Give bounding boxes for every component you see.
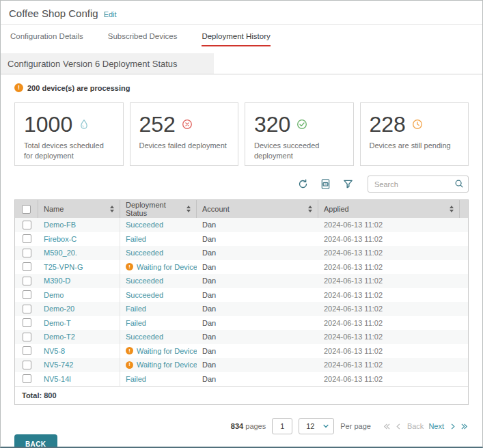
search-box (368, 176, 469, 193)
sort-icon[interactable] (308, 206, 312, 212)
stat-cards: 1000Total devices scheduled for deployme… (14, 102, 469, 166)
device-name-link[interactable]: NV5-742 (44, 361, 73, 369)
account-cell: Dan (197, 302, 318, 316)
deployment-status: Succeeded (126, 249, 163, 257)
table-row: T25-VPN-G!Waiting for DeviceDan2024-06-1… (15, 260, 468, 275)
tab-subscribed-devices[interactable]: Subscribed Devices (108, 32, 178, 46)
stat-card: 228Devices are still pending (360, 102, 469, 166)
column-header-applied[interactable]: Applied (318, 200, 460, 218)
search-icon[interactable] (454, 179, 464, 188)
stat-label: Devices failed deployment (139, 141, 230, 151)
column-header-name[interactable]: Name (38, 200, 120, 218)
table-body: Demo-FBSucceededDan2024-06-13 11:02Fireb… (15, 218, 468, 386)
row-checkbox[interactable] (23, 305, 31, 313)
column-header-deployment-status[interactable]: Deployment Status (120, 200, 197, 218)
deployment-status: Failed (126, 375, 146, 383)
device-name-link[interactable]: Demo-T2 (44, 333, 75, 341)
row-checkbox[interactable] (23, 277, 31, 285)
row-spacer-cell (460, 260, 471, 275)
deployment-status: Succeeded (126, 277, 163, 285)
stat-card: 320Devices succeeded deployment (245, 102, 354, 166)
row-spacer-cell (460, 246, 471, 260)
account-cell: Dan (197, 218, 318, 232)
page-number-input[interactable] (272, 418, 292, 434)
row-checkbox[interactable] (23, 249, 31, 257)
row-checkbox[interactable] (23, 346, 31, 355)
deployment-status: Succeeded (126, 221, 163, 229)
table-row: M390-DSucceededDan2024-06-13 11:02 (15, 274, 468, 288)
row-checkbox[interactable] (23, 318, 31, 327)
account-cell: Dan (197, 330, 318, 344)
sort-icon[interactable] (110, 206, 114, 212)
chevron-down-icon (322, 423, 329, 430)
row-checkbox[interactable] (23, 290, 31, 299)
device-name-link[interactable]: NV5-14l (44, 375, 71, 383)
row-spacer-cell (460, 288, 471, 303)
warning-icon: ! (126, 347, 133, 354)
account-cell: Dan (197, 288, 318, 303)
device-name-link[interactable]: M390-D (44, 277, 70, 285)
row-checkbox[interactable] (23, 361, 31, 369)
tab-configuration-details[interactable]: Configuration Details (10, 32, 83, 46)
stat-label: Devices are still pending (370, 141, 460, 151)
back-button[interactable]: BACK (14, 434, 57, 448)
warning-icon: ! (126, 263, 133, 270)
stat-card: 1000Total devices scheduled for deployme… (14, 102, 124, 166)
deployment-status: !Waiting for Device (126, 347, 197, 355)
warning-icon: ! (126, 361, 133, 369)
device-name-link[interactable]: M590_20. (44, 249, 77, 257)
pagination: 834 pages 12 Per page Back Next (14, 418, 469, 434)
deployment-status: Failed (126, 319, 146, 327)
device-name-link[interactable]: Firebox-C (44, 235, 77, 243)
table-row: M590_20.SucceededDan2024-06-13 11:02 (15, 246, 468, 260)
stat-card: 252Devices failed deployment (130, 102, 239, 166)
header-spacer-cell (460, 200, 471, 218)
sort-icon[interactable] (450, 206, 454, 212)
next-page-label[interactable]: Next (428, 422, 444, 430)
tabs: Configuration DetailsSubscribed DevicesD… (1, 25, 482, 46)
tab-deployment-history[interactable]: Deployment History (202, 32, 270, 46)
stat-value: 228 (370, 113, 406, 135)
search-input[interactable] (368, 176, 469, 193)
back-page-label[interactable]: Back (407, 422, 424, 430)
device-name-link[interactable]: Demo-T (44, 319, 71, 327)
table-row: Firebox-CFailedDan2024-06-13 11:02 (15, 232, 468, 247)
row-checkbox[interactable] (23, 234, 31, 243)
failed-icon (182, 119, 193, 130)
row-spacer-cell (460, 358, 471, 372)
select-all-checkbox[interactable] (22, 205, 31, 214)
deployment-status: Failed (126, 305, 146, 313)
device-name-link[interactable]: T25-VPN-G (44, 263, 83, 271)
last-page-icon[interactable] (461, 423, 469, 430)
csv-export-icon[interactable]: CSV (320, 178, 331, 190)
column-header-account[interactable]: Account (197, 200, 318, 218)
refresh-icon[interactable] (297, 178, 309, 190)
device-name-link[interactable]: NV5-8 (44, 347, 65, 355)
applied-cell: 2024-06-13 11:02 (318, 232, 460, 247)
edit-link[interactable]: Edit (104, 10, 117, 18)
previous-page-icon[interactable] (395, 423, 402, 430)
deployment-status: !Waiting for Device (126, 263, 197, 271)
table-row: Demo-FBSucceededDan2024-06-13 11:02 (15, 218, 468, 232)
per-page-select[interactable]: 12 (299, 418, 334, 434)
deployment-status: Succeeded (126, 333, 163, 341)
next-page-icon[interactable] (449, 423, 456, 430)
row-checkbox[interactable] (23, 221, 31, 229)
row-checkbox[interactable] (23, 374, 31, 383)
filter-icon[interactable] (342, 178, 354, 190)
row-checkbox[interactable] (23, 333, 31, 341)
applied-cell: 2024-06-13 11:02 (318, 344, 460, 359)
deployment-table: Name Deployment Status Account Applied D… (14, 199, 469, 405)
row-checkbox[interactable] (23, 262, 31, 271)
applied-cell: 2024-06-13 11:02 (318, 372, 460, 387)
row-spacer-cell (460, 344, 471, 359)
device-name-link[interactable]: Demo-FB (44, 221, 76, 229)
page-title: Coffee Shop Config (9, 8, 98, 19)
per-page-label: Per page (340, 422, 371, 430)
processing-alert-text: 200 device(s) are processing (27, 84, 130, 92)
page-footer: BACK (14, 434, 469, 448)
device-name-link[interactable]: Demo-20 (44, 305, 74, 313)
first-page-icon[interactable] (383, 423, 390, 430)
sort-icon[interactable] (187, 206, 191, 212)
device-name-link[interactable]: Demo (44, 291, 64, 299)
